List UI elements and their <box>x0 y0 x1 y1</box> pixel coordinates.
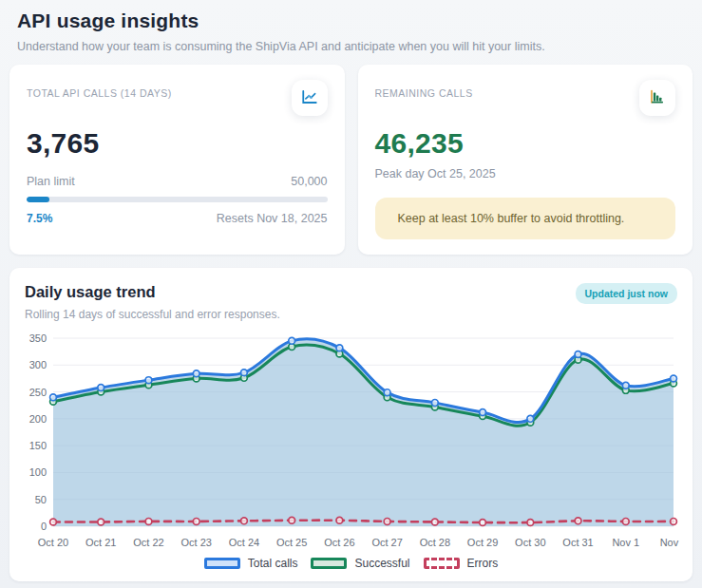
svg-text:Oct 24: Oct 24 <box>229 537 259 548</box>
svg-text:300: 300 <box>29 359 47 370</box>
data-point-total-calls <box>145 377 152 384</box>
svg-text:200: 200 <box>29 413 47 425</box>
usage-trend-chart: 050100150200250300350Oct 20Oct 21Oct 22O… <box>25 329 677 555</box>
svg-text:Oct 26: Oct 26 <box>324 537 354 548</box>
usage-trend-svg: 050100150200250300350Oct 20Oct 21Oct 22O… <box>25 329 679 555</box>
svg-text:Nov 2: Nov 2 <box>660 537 679 548</box>
chart-legend: Total callsSuccessfulErrors <box>25 555 677 576</box>
svg-text:Oct 31: Oct 31 <box>562 537 593 548</box>
data-point-errors <box>527 520 534 526</box>
data-point-errors <box>98 519 104 525</box>
peak-day-text: Peak day Oct 25, 2025 <box>375 167 676 180</box>
plan-limit-value: 50,000 <box>291 175 327 188</box>
data-point-errors <box>50 519 57 525</box>
data-point-total-calls <box>50 394 57 401</box>
data-point-errors <box>431 519 438 525</box>
data-point-errors <box>480 520 486 526</box>
data-point-total-calls <box>336 345 343 351</box>
stat-cards-row: TOTAL API CALLS (14 DAYS) 3,765 Plan lim… <box>9 65 693 255</box>
legend-label-successful: Successful <box>354 557 409 570</box>
svg-text:350: 350 <box>29 332 47 344</box>
data-point-errors <box>575 518 581 524</box>
legend-swatch-successful <box>311 558 347 569</box>
legend-item-total-calls[interactable]: Total calls <box>204 557 298 570</box>
data-point-total-calls <box>431 399 438 406</box>
data-point-errors <box>384 519 390 525</box>
line-chart-icon <box>301 88 318 108</box>
legend-label-total-calls: Total calls <box>248 557 298 570</box>
data-point-total-calls <box>671 375 677 382</box>
buffer-warning-alert: Keep at least 10% buffer to avoid thrott… <box>375 198 676 239</box>
dashboard-page: API usage insights Understand how your t… <box>0 0 702 588</box>
svg-text:150: 150 <box>29 440 47 451</box>
remaining-calls-label: REMAINING CALLS <box>375 80 473 99</box>
reset-date: Resets Nov 18, 2025 <box>217 212 328 225</box>
svg-text:Nov 1: Nov 1 <box>612 537 639 548</box>
page-header: API usage insights Understand how your t… <box>9 8 693 53</box>
chart-x-axis: Oct 20Oct 21Oct 22Oct 23Oct 24Oct 25Oct … <box>38 537 679 548</box>
data-point-total-calls <box>527 415 534 422</box>
data-point-errors <box>336 517 343 523</box>
svg-text:100: 100 <box>29 466 47 478</box>
data-point-total-calls <box>193 370 199 377</box>
data-point-errors <box>193 519 199 525</box>
chart-header: Daily usage trend Rolling 14 days of suc… <box>25 283 677 321</box>
svg-text:Oct 21: Oct 21 <box>85 537 116 548</box>
svg-text:250: 250 <box>29 387 47 398</box>
data-point-errors <box>671 519 677 525</box>
data-point-total-calls <box>384 389 390 396</box>
svg-text:0: 0 <box>41 521 47 532</box>
chart-title: Daily usage trend <box>25 283 280 301</box>
svg-text:Oct 27: Oct 27 <box>371 537 402 548</box>
data-point-errors <box>289 517 295 523</box>
legend-swatch-errors <box>424 558 460 569</box>
data-point-total-calls <box>622 382 629 389</box>
svg-text:Oct 22: Oct 22 <box>133 537 163 548</box>
total-api-calls-card: TOTAL API CALLS (14 DAYS) 3,765 Plan lim… <box>9 65 345 255</box>
total-calls-label: TOTAL API CALLS (14 DAYS) <box>27 80 172 99</box>
svg-text:Oct 29: Oct 29 <box>467 537 498 548</box>
total-calls-value: 3,765 <box>27 127 328 160</box>
page-subtitle: Understand how your team is consuming th… <box>17 40 685 53</box>
data-point-total-calls <box>289 337 295 344</box>
plan-limit-label: Plan limit <box>27 175 75 188</box>
svg-text:Oct 25: Oct 25 <box>276 537 307 548</box>
data-point-errors <box>145 519 152 525</box>
page-title: API usage insights <box>17 9 685 32</box>
bar-chart-icon-button[interactable] <box>639 80 675 116</box>
svg-text:Oct 28: Oct 28 <box>420 537 450 548</box>
remaining-calls-value: 46,235 <box>375 127 676 160</box>
data-point-total-calls <box>480 409 486 416</box>
svg-text:50: 50 <box>35 494 47 505</box>
svg-text:Oct 20: Oct 20 <box>38 537 68 548</box>
data-point-total-calls <box>241 370 248 376</box>
remaining-calls-card: REMAINING CALLS 46,235 Peak day Oct 25, <box>358 65 693 255</box>
data-point-errors <box>241 518 248 524</box>
updated-badge: Updated just now <box>576 283 678 304</box>
data-point-total-calls <box>98 385 104 391</box>
area-fill <box>53 339 674 526</box>
legend-item-successful[interactable]: Successful <box>311 557 409 570</box>
data-point-errors <box>622 519 629 525</box>
legend-item-errors[interactable]: Errors <box>424 557 499 570</box>
svg-text:Oct 30: Oct 30 <box>515 537 545 548</box>
bar-chart-icon <box>649 88 666 108</box>
daily-usage-trend-card: Daily usage trend Rolling 14 days of suc… <box>9 268 693 581</box>
svg-text:Oct 23: Oct 23 <box>180 537 211 548</box>
data-point-total-calls <box>575 351 581 358</box>
plan-usage-progressbar <box>27 197 328 202</box>
legend-swatch-total-calls <box>204 558 240 569</box>
line-chart-icon-button[interactable] <box>292 80 328 116</box>
legend-label-errors: Errors <box>467 557 499 570</box>
plan-usage-progress-fill <box>27 197 49 202</box>
percent-used: 7.5% <box>27 212 52 225</box>
chart-subtitle: Rolling 14 days of successful and error … <box>25 308 280 321</box>
